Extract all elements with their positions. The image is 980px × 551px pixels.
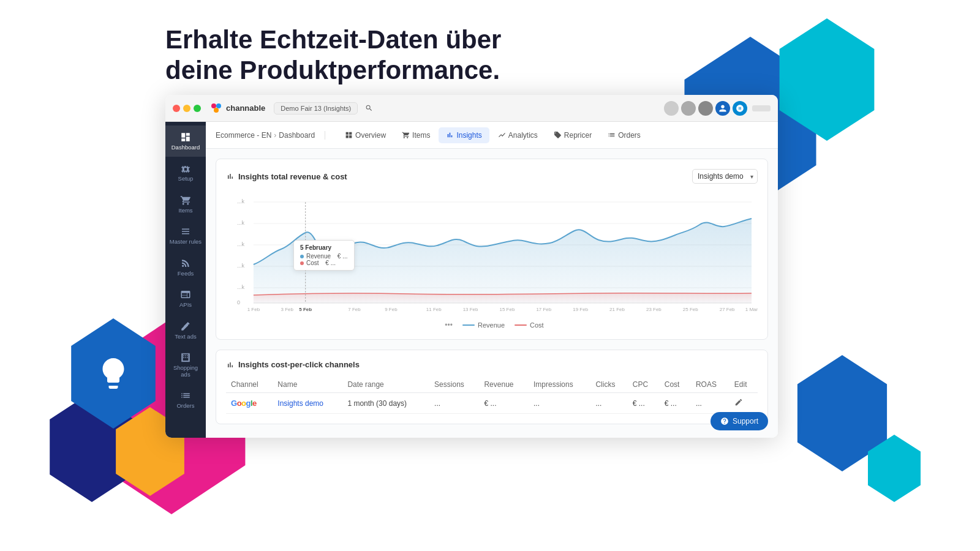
title-bar: channable Demo Fair 13 (Insights) [165,95,778,122]
sidebar-item-shopping-ads[interactable]: Shopping ads [165,346,206,384]
svg-text:23 Feb: 23 Feb [646,307,662,312]
maximize-dot[interactable] [194,105,201,112]
sidebar: Dashboard Setup Items Master rules Feeds [165,122,206,438]
svg-point-0 [211,103,216,108]
cell-impressions: ... [529,393,590,414]
demo-label[interactable]: Demo Fair 13 (Insights) [274,102,358,114]
decorative-hex-6 [790,355,894,471]
breadcrumb-dashboard: Dashboard [279,131,315,140]
edit-icon[interactable] [734,398,743,407]
col-date-range: Date range [342,377,429,393]
google-logo: Google [231,399,257,408]
tab-insights-label: Insights [456,131,481,140]
tab-items[interactable]: Items [394,127,437,143]
revenue-chart-card: Insights total revenue & cost Insights d… [216,159,768,340]
tab-repricer[interactable]: Repricer [546,127,599,143]
sidebar-item-master-rules[interactable]: Master rules [165,220,206,251]
cpc-table-head: Channel Name Date range Sessions Revenue… [226,377,758,393]
search-button[interactable] [363,102,375,114]
cell-revenue: € ... [479,393,529,414]
svg-text:9 Feb: 9 Feb [385,307,398,312]
sidebar-item-apis[interactable]: APIs [165,283,206,314]
chart-legend: ••• Revenue Cost [226,321,758,329]
tab-analytics[interactable]: Analytics [491,127,545,143]
cell-sessions: ... [429,393,479,414]
cell-cost: € ... [660,393,691,414]
cpc-table-title-text: Insights cost-per-click channels [238,360,360,369]
breadcrumb-sep: › [274,131,276,140]
chart-select[interactable]: Insights demo [692,169,758,184]
svg-text:5 Feb: 5 Feb [299,307,312,312]
cell-edit[interactable] [729,393,758,414]
cell-channel: Google [226,393,273,414]
app-body: Dashboard Setup Items Master rules Feeds [165,122,778,438]
cell-name[interactable]: Insights demo [273,393,342,414]
col-channel: Channel [226,377,273,393]
col-impressions: Impressions [529,377,590,393]
col-cpc: CPC [628,377,660,393]
decorative-hex-2 [772,18,882,141]
insights-demo-link[interactable]: Insights demo [277,399,323,408]
window-controls [173,105,201,112]
avatar-3 [698,101,713,116]
col-edit: Edit [729,377,758,393]
sidebar-label-feeds: Feeds [178,271,194,277]
dots-more: ••• [445,321,453,329]
legend-revenue: Revenue [462,321,505,329]
nav-tabs: Overview Items Insights Analytics [337,127,648,143]
chart-select-wrap[interactable]: Insights demo [692,169,758,184]
sidebar-label-orders: Orders [176,403,194,409]
tab-overview[interactable]: Overview [337,127,393,143]
svg-point-2 [214,108,219,113]
sidebar-item-setup[interactable]: Setup [165,157,206,188]
svg-text:3 Feb: 3 Feb [281,307,294,312]
channable-logo: channable [209,102,265,115]
sidebar-label-items: Items [178,208,192,214]
svg-text:1 Mar: 1 Mar [745,307,758,312]
svg-text:13 Feb: 13 Feb [463,307,478,312]
sidebar-label-dashboard: Dashboard [172,144,200,151]
heading-line2: deine Produktperformance. [165,56,500,84]
sidebar-item-text-ads[interactable]: Text ads [165,315,206,346]
svg-text:11 Feb: 11 Feb [426,307,442,312]
sidebar-item-feeds[interactable]: Feeds [165,252,206,283]
svg-text:19 Feb: 19 Feb [573,307,588,312]
legend-cost: Cost [514,321,544,329]
svg-text:25 Feb: 25 Feb [683,307,698,312]
sidebar-label-text-ads: Text ads [175,334,196,340]
heading-line1: Erhalte Echtzeit-Daten über [165,25,501,54]
avatar-1 [664,101,679,116]
chart-title: Insights total revenue & cost [226,172,347,181]
svg-text:21 Feb: 21 Feb [609,307,625,312]
avatar-2 [681,101,696,116]
svg-text:17 Feb: 17 Feb [536,307,551,312]
revenue-chart-svg: ...k ...k ...k ...k ...k 0 [226,191,758,313]
channable-logo-icon [209,102,223,115]
title-bar-spacer-right [752,105,771,111]
sidebar-label-master-rules: Master rules [170,239,202,245]
minimize-dot[interactable] [183,105,190,112]
legend-revenue-dot [462,324,475,326]
legend-cost-label: Cost [530,321,544,329]
avatar-4 [715,101,730,116]
sidebar-item-dashboard[interactable]: Dashboard [165,126,206,157]
page-heading: Erhalte Echtzeit-Daten über deine Produk… [165,24,501,86]
svg-text:...k: ...k [237,241,244,247]
close-dot[interactable] [173,105,180,112]
svg-text:...k: ...k [237,198,244,204]
sidebar-item-orders[interactable]: Orders [165,384,206,415]
sidebar-label-shopping-ads: Shopping ads [169,365,202,378]
cell-roas: ... [691,393,729,414]
col-roas: ROAS [691,377,729,393]
sidebar-item-items[interactable]: Items [165,189,206,220]
tab-insights[interactable]: Insights [439,127,489,143]
sidebar-label-setup: Setup [178,176,194,182]
nav-bar: Ecommerce - EN › Dashboard Overview Item… [206,122,778,149]
cell-clicks: ... [590,393,627,414]
support-button[interactable]: Support [710,412,768,430]
svg-text:...k: ...k [237,284,244,290]
svg-text:15 Feb: 15 Feb [500,307,515,312]
chart-svg-wrap: ...k ...k ...k ...k ...k 0 [226,191,758,316]
support-label: Support [733,417,758,425]
tab-orders[interactable]: Orders [600,127,648,143]
